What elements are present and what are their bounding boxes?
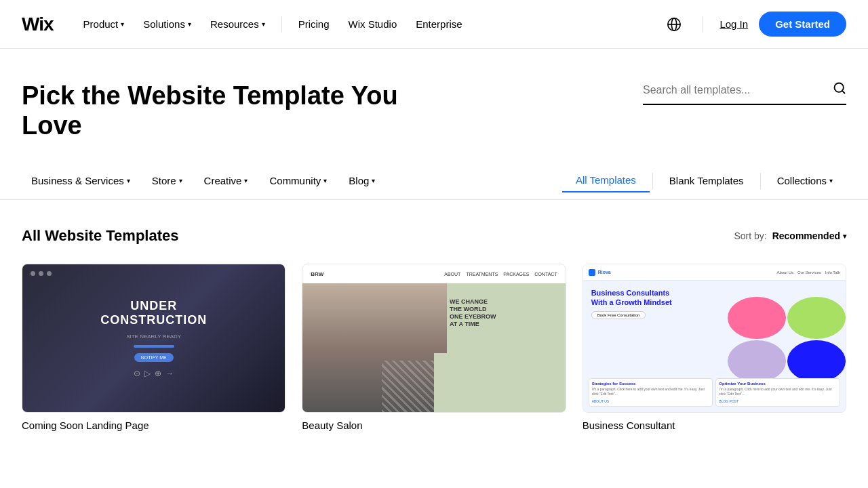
biz-cards-row: Strategies for Success I'm a paragraph. … [589, 378, 840, 407]
preview-biz-nav: Riova About Us Our Services Info Talk [583, 264, 846, 281]
sort-container: Sort by: Recommended ▾ [734, 230, 846, 241]
preview-social-icons: ⊙ ▷ ⊕ → [134, 369, 174, 378]
template-card[interactable]: UNDERCONSTRUCTION SITE NEARLY READY NOTI… [22, 264, 285, 431]
template-thumbnail: Riova About Us Our Services Info Talk Bu… [583, 264, 846, 413]
wix-logo[interactable]: Wix [22, 14, 54, 35]
sort-value[interactable]: Recommended ▾ [772, 230, 846, 241]
chevron-down-icon: ▾ [843, 232, 846, 240]
nav-wix-studio[interactable]: Wix Studio [340, 13, 406, 35]
nav-resources[interactable]: Resources ▾ [202, 13, 273, 35]
biz-hero-area: Business ConsultantsWith a Growth Mindse… [583, 281, 846, 412]
cat-business-services[interactable]: Business & Services ▾ [22, 169, 140, 192]
preview-subtitle: SITE NEARLY READY [126, 333, 181, 340]
search-box [643, 81, 846, 105]
template-card[interactable]: BRW ABOUT TREATMENTS PACKAGES CONTACT WE… [302, 264, 566, 431]
template-name: Beauty Salon [302, 420, 566, 431]
beauty-tagline: WE CHANGETHE WORLDONE EYEBROWAT A TIME [450, 298, 560, 327]
facebook-icon: ⊙ [134, 369, 140, 378]
hero-section: Pick the Website Template You Love [0, 49, 868, 162]
arrow-icon: → [165, 369, 174, 378]
nav-left: Wix Product ▾ Solutions ▾ Resources ▾ Pr… [22, 13, 471, 35]
template-grid: UNDERCONSTRUCTION SITE NEARLY READY NOTI… [22, 264, 846, 431]
svg-line-4 [842, 91, 845, 94]
preview-biz-nav-links: About Us Our Services Info Talk [776, 270, 840, 274]
cat-separator-2 [760, 173, 761, 189]
category-left: Business & Services ▾ Store ▾ Creative ▾… [22, 169, 384, 192]
get-started-button[interactable]: Get Started [759, 12, 846, 37]
template-name: Coming Soon Landing Page [22, 420, 285, 431]
preview-biz-logo: Riova [589, 269, 611, 276]
share-icon: ⊕ [155, 369, 161, 378]
shape-green-rect [787, 297, 846, 339]
biz-shapes [728, 297, 846, 382]
templates-section-title: All Website Templates [22, 227, 178, 245]
chevron-down-icon: ▾ [121, 20, 124, 28]
dot-1 [31, 271, 35, 276]
biz-cta-button: Book Free Consultation [591, 311, 646, 319]
nav-divider-2 [703, 16, 703, 33]
chevron-down-icon: ▾ [244, 177, 248, 184]
cat-blog[interactable]: Blog ▾ [339, 169, 384, 192]
search-container [643, 81, 846, 105]
nav-right: Log In Get Started [662, 12, 846, 37]
nav-enterprise[interactable]: Enterprise [408, 13, 470, 35]
login-button[interactable]: Log In [719, 18, 748, 30]
biz-big-title: Business ConsultantsWith a Growth Mindse… [591, 289, 727, 306]
cat-blank-templates[interactable]: Blank Templates [656, 169, 757, 192]
preview-progress-bar [134, 345, 174, 348]
preview-logo: BRW [311, 271, 323, 277]
template-thumbnail: BRW ABOUT TREATMENTS PACKAGES CONTACT WE… [302, 264, 566, 413]
cat-separator-1 [652, 173, 653, 189]
category-right: All Templates Blank Templates Collection… [562, 169, 846, 192]
chevron-down-icon: ▾ [262, 20, 265, 28]
business-consultant-preview: Riova About Us Our Services Info Talk Bu… [583, 264, 846, 412]
beauty-salon-preview: BRW ABOUT TREATMENTS PACKAGES CONTACT WE… [302, 264, 565, 412]
chevron-down-icon: ▾ [829, 177, 833, 184]
main-nav: Wix Product ▾ Solutions ▾ Resources ▾ Pr… [0, 0, 868, 49]
search-input[interactable] [643, 84, 827, 96]
nav-solutions[interactable]: Solutions ▾ [135, 13, 199, 35]
biz-card-optimize: Optimize Your Business I'm a paragraph. … [715, 378, 840, 407]
play-icon: ▷ [144, 369, 151, 378]
biz-logo-icon [589, 269, 595, 276]
cat-creative[interactable]: Creative ▾ [195, 169, 258, 192]
chevron-down-icon: ▾ [372, 177, 375, 184]
shape-blue-rect [787, 340, 846, 382]
template-card[interactable]: Riova About Us Our Services Info Talk Bu… [583, 264, 846, 431]
dot-3 [47, 271, 52, 276]
cat-all-templates[interactable]: All Templates [562, 169, 650, 192]
cat-collections[interactable]: Collections ▾ [764, 169, 846, 192]
templates-header: All Website Templates Sort by: Recommend… [22, 227, 846, 245]
shape-purple-rect [728, 340, 786, 382]
globe-icon [667, 17, 682, 32]
chevron-down-icon: ▾ [323, 177, 327, 184]
preview-notify-button: NOTIFY ME [134, 353, 174, 362]
coming-soon-preview: UNDERCONSTRUCTION SITE NEARLY READY NOTI… [22, 264, 285, 412]
page-title: Pick the Website Template You Love [22, 81, 401, 140]
category-nav: Business & Services ▾ Store ▾ Creative ▾… [0, 162, 868, 200]
preview-title: UNDERCONSTRUCTION [100, 299, 207, 328]
nav-pricing[interactable]: Pricing [290, 13, 338, 35]
cat-community[interactable]: Community ▾ [260, 169, 336, 192]
sort-label: Sort by: [734, 230, 766, 241]
templates-section: All Website Templates Sort by: Recommend… [0, 200, 868, 458]
template-thumbnail: UNDERCONSTRUCTION SITE NEARLY READY NOTI… [22, 264, 285, 413]
template-name: Business Consultant [583, 420, 846, 431]
shape-pink-circle [728, 297, 786, 339]
window-dots [31, 271, 52, 276]
chevron-down-icon: ▾ [179, 177, 182, 184]
nav-divider [281, 16, 282, 33]
language-button[interactable] [662, 12, 686, 37]
green-block [434, 353, 566, 412]
dot-2 [39, 271, 43, 276]
search-icon[interactable] [833, 81, 846, 98]
preview-nav-bar: BRW ABOUT TREATMENTS PACKAGES CONTACT [302, 264, 565, 283]
nav-product[interactable]: Product ▾ [75, 13, 133, 35]
biz-card-strategies: Strategies for Success I'm a paragraph. … [589, 378, 713, 407]
chevron-down-icon: ▾ [188, 20, 191, 28]
chevron-down-icon: ▾ [127, 177, 130, 184]
preview-nav-items: ABOUT TREATMENTS PACKAGES CONTACT [444, 272, 557, 277]
cat-store[interactable]: Store ▾ [142, 169, 192, 192]
nav-links: Product ▾ Solutions ▾ Resources ▾ Pricin… [75, 13, 471, 35]
